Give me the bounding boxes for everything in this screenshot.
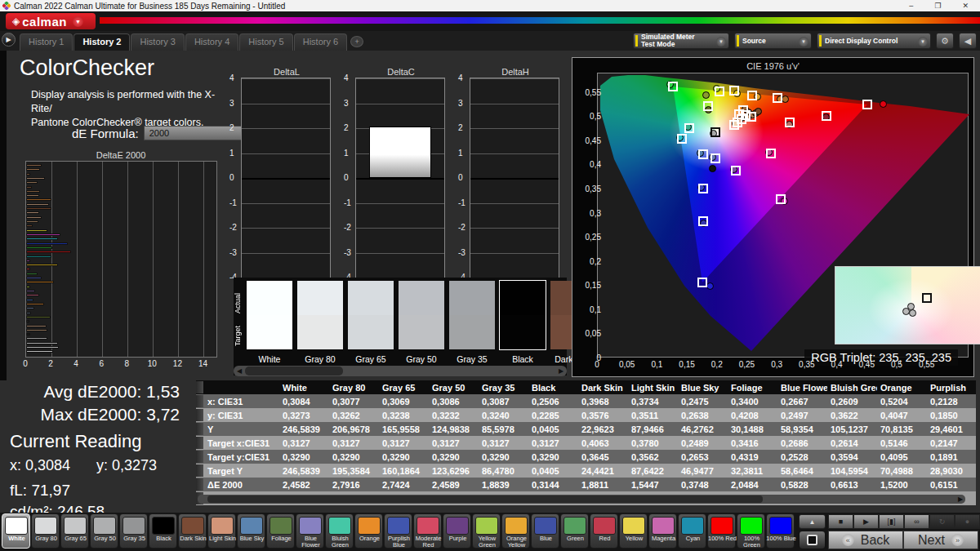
- patch-button-light-skin[interactable]: Light Skin: [207, 513, 236, 549]
- add-tab-button[interactable]: +: [350, 36, 363, 47]
- table-scrollbar-thumb[interactable]: [207, 495, 763, 503]
- chevron-down-icon[interactable]: ▼: [918, 37, 928, 47]
- display-control-dropdown[interactable]: Direct Display Control ▼: [817, 33, 931, 49]
- patch-color: [181, 517, 204, 535]
- de-formula-select[interactable]: 2000 ▼: [144, 126, 256, 140]
- y-tick-label: 0,2: [590, 256, 601, 265]
- patch-button-foliage[interactable]: Foliage: [266, 513, 295, 549]
- patch-button-dark-skin[interactable]: Dark Skin: [178, 513, 207, 549]
- patch-button-white[interactable]: White: [2, 513, 30, 549]
- table-cell: 0,3087: [479, 394, 528, 408]
- calman-menu-caret-icon[interactable]: ▼: [73, 16, 83, 27]
- patch-button-gray-65[interactable]: Gray 65: [60, 513, 89, 549]
- scroll-right-icon[interactable]: ▶: [556, 367, 566, 375]
- loop-icon[interactable]: ∞: [904, 514, 929, 529]
- y-tick-label: 0,55: [586, 87, 601, 96]
- patch-button-gray-80[interactable]: Gray 80: [31, 513, 60, 549]
- back-button[interactable]: « Back: [828, 531, 903, 549]
- restore-button[interactable]: ❐: [934, 2, 941, 10]
- patch-label: Light Skin: [207, 535, 238, 549]
- tab-history-5[interactable]: History 5: [239, 33, 292, 51]
- collapse-strip-button[interactable]: ▲: [799, 514, 826, 529]
- cie-whitepoint-inset: [835, 266, 980, 344]
- tab-history-4[interactable]: History 4: [185, 33, 238, 51]
- next-button[interactable]: Next »: [903, 531, 978, 549]
- de-bar: [26, 224, 33, 227]
- swatch-scrollbar-thumb[interactable]: [245, 367, 343, 375]
- target-color: [247, 315, 292, 349]
- table-cell: 0,3780: [628, 436, 678, 450]
- table-scrollbar[interactable]: ▶: [198, 495, 965, 504]
- table-cell: 160,1864: [379, 464, 429, 478]
- patch-button-yellow-green[interactable]: Yellow Green: [472, 513, 501, 549]
- window-title: Calman 2022 Calman Ultimate for Business…: [14, 2, 909, 11]
- collapse-panel-icon[interactable]: ◀: [959, 33, 977, 49]
- meter-dropdown[interactable]: Simulated MeterTest Mode ▼: [633, 33, 729, 49]
- minimize-button[interactable]: –: [909, 2, 913, 10]
- patch-button-purplish-blue[interactable]: Purplish Blue: [384, 513, 412, 549]
- table-cell: 0,2489: [678, 436, 728, 450]
- gridline: [470, 228, 559, 229]
- patch-button-blue-sky[interactable]: Blue Sky: [237, 513, 265, 549]
- table-cell: 0,0405: [528, 422, 578, 436]
- tab-history-2[interactable]: History 2: [74, 33, 130, 51]
- target-marker: [715, 87, 724, 96]
- refresh-icon[interactable]: ↻: [929, 514, 955, 529]
- patch-label: Red: [589, 535, 621, 549]
- y-tick-label: 1: [458, 148, 463, 157]
- y-tick-label: 0,45: [586, 136, 601, 144]
- table-cell: 0,2285: [528, 408, 578, 422]
- patch-button-orange[interactable]: Orange: [354, 513, 383, 549]
- patch-button-green[interactable]: Green: [560, 513, 589, 549]
- app-window: Calman 2022 Calman Ultimate for Business…: [0, 0, 980, 551]
- row-label: Target y:CIE31: [196, 450, 279, 464]
- patch-button-moderate-red[interactable]: Moderate Red: [413, 513, 442, 549]
- patch-button-black[interactable]: Black: [149, 513, 177, 549]
- scroll-right-icon[interactable]: ▶: [956, 495, 965, 504]
- rgb-triplet-readout: RGB Triplet: 235, 235, 235: [804, 349, 958, 366]
- calman-menu-button[interactable]: ◈ calman ▼: [6, 13, 96, 29]
- patch-button-red[interactable]: Red: [590, 513, 618, 549]
- tab-history-1[interactable]: History 1: [20, 33, 73, 51]
- patch-button-100-green[interactable]: 100% Green: [737, 513, 765, 549]
- pattern-window-button[interactable]: [799, 531, 826, 549]
- max-de2000-readout: Max dE2000: 3,72: [41, 405, 180, 424]
- table-cell: 0,3290: [479, 450, 528, 464]
- target-marker: [731, 166, 741, 176]
- source-dropdown[interactable]: Source ▼: [734, 33, 812, 49]
- gridline: [242, 78, 330, 79]
- patch-button-purple[interactable]: Purple: [443, 513, 471, 549]
- record-icon[interactable]: ●: [955, 514, 980, 529]
- patch-button-magenta[interactable]: Magenta: [648, 513, 677, 549]
- patch-button-orange-yellow[interactable]: Orange Yellow: [501, 513, 530, 549]
- patch-button-cyan[interactable]: Cyan: [678, 513, 706, 549]
- patch-color: [681, 517, 704, 535]
- swatch-scrollbar[interactable]: ◀ ▶: [234, 366, 567, 376]
- patch-button-blue-flower[interactable]: Blue Flower: [296, 513, 324, 549]
- y-tick-label: 0,05: [586, 329, 601, 338]
- tab-history-3[interactable]: History 3: [131, 33, 184, 51]
- gear-icon[interactable]: ⚙: [936, 33, 954, 49]
- left-edge-strip: [0, 51, 7, 380]
- patch-button-100-blue[interactable]: 100% Blue: [766, 513, 795, 549]
- patch-button-gray-50[interactable]: Gray 50: [90, 513, 118, 549]
- scroll-left-icon[interactable]: ◀: [234, 367, 244, 375]
- actual-color: [399, 281, 444, 315]
- patch-button-bluish-green[interactable]: Bluish Green: [325, 513, 354, 549]
- table-cell: 58,9354: [777, 422, 827, 436]
- y-tick-label: 0,25: [586, 233, 601, 242]
- tab-history-6[interactable]: History 6: [294, 33, 347, 51]
- chevron-down-icon[interactable]: ▼: [799, 37, 808, 47]
- tab-scroll-button[interactable]: ▶: [2, 33, 16, 47]
- table-cell: 0,3127: [429, 436, 479, 450]
- patch-button-gray-35[interactable]: Gray 35: [119, 513, 148, 549]
- measurement-table: WhiteGray 80Gray 65Gray 50Gray 35BlackDa…: [196, 380, 976, 513]
- single-measure-icon[interactable]: [▮]: [879, 514, 904, 529]
- play-icon[interactable]: ▶: [853, 514, 879, 529]
- patch-button-yellow[interactable]: Yellow: [619, 513, 648, 549]
- stop-icon[interactable]: ■: [828, 514, 853, 529]
- patch-button-100-red[interactable]: 100% Red: [707, 513, 736, 549]
- chevron-down-icon[interactable]: ▼: [716, 37, 726, 47]
- close-button[interactable]: ✕: [962, 2, 969, 10]
- patch-button-blue[interactable]: Blue: [531, 513, 559, 549]
